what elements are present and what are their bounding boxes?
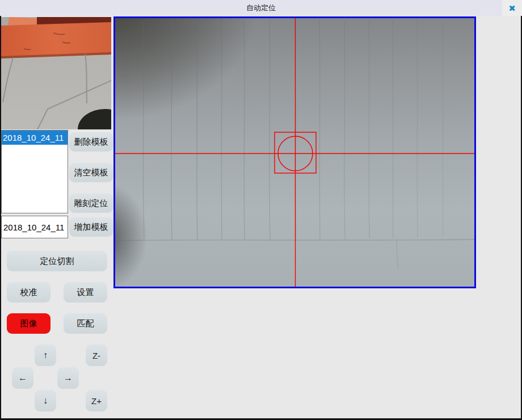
close-button[interactable]: ✖ [502, 0, 522, 16]
camera-viewport[interactable] [113, 16, 476, 288]
jog-up-button[interactable]: ↑ [35, 345, 56, 366]
jog-z-plus-button[interactable]: Z+ [86, 390, 107, 411]
template-preview-image [1, 17, 111, 129]
jog-right-button[interactable]: → [57, 367, 79, 389]
jog-z-minus-button[interactable]: Z- [86, 345, 107, 366]
clear-templates-button[interactable]: 清空模板 [69, 163, 113, 182]
image-button[interactable]: 图像 [7, 313, 50, 334]
jog-left-button[interactable]: ← [12, 367, 33, 389]
match-button[interactable]: 匹配 [64, 313, 107, 334]
jog-down-button[interactable]: ↓ [35, 390, 56, 411]
calibrate-button[interactable]: 校准 [7, 282, 50, 303]
close-icon: ✖ [508, 4, 516, 12]
template-name-input[interactable] [1, 216, 68, 238]
settings-button[interactable]: 设置 [64, 282, 107, 303]
window-title: 自动定位 [246, 3, 276, 13]
locate-cut-button[interactable]: 定位切割 [7, 251, 107, 271]
template-preview-graphic [1, 17, 111, 129]
template-list-item[interactable]: 2018_10_24_11 [2, 131, 68, 145]
engrave-locate-button[interactable]: 雕刻定位 [69, 194, 113, 213]
title-bar: 自动定位 [0, 0, 522, 16]
delete-template-button[interactable]: 删除模板 [69, 132, 113, 152]
template-list[interactable]: 2018_10_24_11 [1, 130, 68, 213]
add-template-button[interactable]: 增加模板 [69, 217, 113, 237]
camera-feed-graphic [115, 18, 474, 287]
